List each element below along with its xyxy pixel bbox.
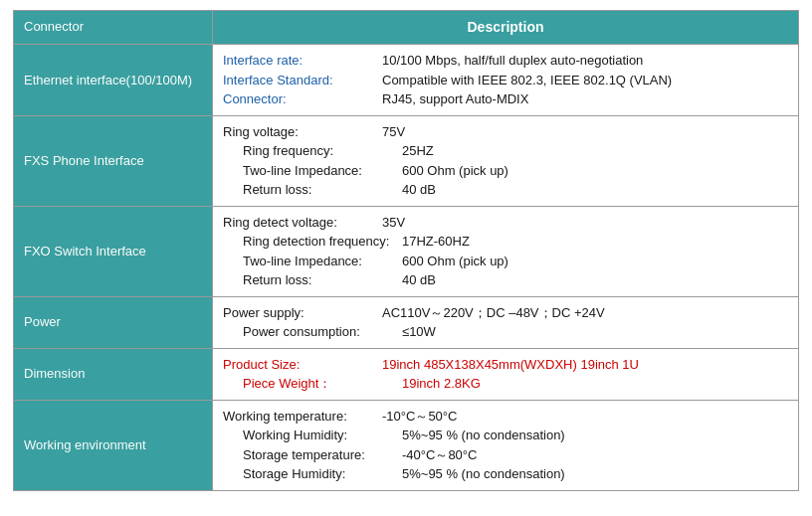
row-label-fxs: FXS Phone Interface bbox=[14, 115, 213, 206]
spec-label: Two-line Impedance: bbox=[243, 252, 402, 271]
spec-line: Power supply:AC110V～220V；DC –48V；DC +24V bbox=[223, 303, 788, 323]
spec-line: Two-line Impedance:600 Ohm (pick up) bbox=[243, 252, 788, 271]
spec-value: 19inch 2.8KG bbox=[402, 374, 481, 394]
table-row: FXO Switch InterfaceRing detect voltage:… bbox=[14, 206, 799, 296]
description-header: Description bbox=[213, 11, 799, 45]
table-row: FXS Phone InterfaceRing voltage:75VRing … bbox=[14, 115, 799, 206]
spec-value: 17HZ-60HZ bbox=[402, 232, 470, 252]
spec-line: Connector:RJ45, support Auto-MDIX bbox=[223, 89, 788, 109]
spec-label: Interface rate: bbox=[223, 51, 382, 71]
spec-line: Ring detect voltage:35V bbox=[223, 213, 788, 233]
spec-line: Working Humidity:5%~95 % (no condensatio… bbox=[243, 426, 788, 445]
spec-value: 600 Ohm (pick up) bbox=[402, 161, 508, 181]
connector-header: Connector bbox=[14, 11, 213, 45]
spec-value: 600 Ohm (pick up) bbox=[402, 252, 508, 271]
spec-label: Power consumption: bbox=[243, 322, 402, 342]
spec-label: Return loss: bbox=[243, 180, 402, 200]
row-content-dimension: Product Size:19inch 485X138X45mm(WXDXH) … bbox=[213, 348, 799, 400]
spec-line: Return loss:40 dB bbox=[243, 270, 788, 290]
spec-line: Interface Standard:Compatible with IEEE … bbox=[223, 71, 788, 90]
specs-table: Connector Description Ethernet interface… bbox=[13, 10, 799, 491]
spec-label: Storage temperature: bbox=[243, 445, 402, 465]
spec-label: Ring voltage: bbox=[223, 122, 382, 142]
spec-value: Compatible with IEEE 802.3, IEEE 802.1Q … bbox=[382, 71, 672, 90]
spec-label: Connector: bbox=[223, 89, 382, 109]
row-content-fxo: Ring detect voltage:35VRing detection fr… bbox=[213, 206, 799, 296]
spec-value: 75V bbox=[382, 122, 405, 142]
spec-label: Working Humidity: bbox=[243, 426, 402, 445]
spec-label: Ring detect voltage: bbox=[223, 213, 382, 233]
spec-line: Ring detection frequency:17HZ-60HZ bbox=[243, 232, 788, 252]
spec-line: Return loss:40 dB bbox=[243, 180, 788, 200]
row-label-ethernet: Ethernet interface(100/100M) bbox=[14, 45, 213, 116]
spec-value: 25HZ bbox=[402, 141, 434, 161]
table-row: Ethernet interface(100/100M)Interface ra… bbox=[14, 45, 799, 116]
spec-value: AC110V～220V；DC –48V；DC +24V bbox=[382, 303, 605, 323]
spec-label: Product Size: bbox=[223, 355, 382, 375]
spec-line: Ring frequency:25HZ bbox=[243, 141, 788, 161]
spec-value: 10/100 Mbps, half/full duplex auto-negot… bbox=[382, 51, 643, 71]
spec-value: -40°C～80°C bbox=[402, 445, 477, 465]
row-label-fxo: FXO Switch Interface bbox=[14, 206, 213, 296]
table-header-row: Connector Description bbox=[14, 11, 799, 45]
spec-line: Working temperature:-10°C～50°C bbox=[223, 407, 788, 427]
spec-label: Two-line Impedance: bbox=[243, 161, 402, 181]
spec-value: 35V bbox=[382, 213, 405, 233]
spec-value: ≤10W bbox=[402, 322, 436, 342]
spec-value: 5%~95 % (no condensation) bbox=[402, 426, 565, 445]
spec-label: Interface Standard: bbox=[223, 71, 382, 90]
spec-value: 40 dB bbox=[402, 270, 436, 290]
spec-line: Product Size:19inch 485X138X45mm(WXDXH) … bbox=[223, 355, 788, 375]
spec-label: Ring detection frequency: bbox=[243, 232, 402, 252]
row-content-power: Power supply:AC110V～220V；DC –48V；DC +24V… bbox=[213, 296, 799, 348]
row-content-fxs: Ring voltage:75VRing frequency:25HZTwo-l… bbox=[213, 115, 799, 206]
spec-line: Power consumption:≤10W bbox=[243, 322, 788, 342]
row-label-environment: Working environment bbox=[14, 400, 213, 490]
spec-line: Storage temperature:-40°C～80°C bbox=[243, 445, 788, 465]
spec-line: Storage Humidity:5%~95 % (no condensatio… bbox=[243, 464, 788, 484]
row-content-ethernet: Interface rate:10/100 Mbps, half/full du… bbox=[213, 45, 799, 116]
spec-label: Piece Weight： bbox=[243, 374, 402, 394]
spec-label: Return loss: bbox=[243, 270, 402, 290]
spec-label: Working temperature: bbox=[223, 407, 382, 427]
spec-line: Ring voltage:75V bbox=[223, 122, 788, 142]
spec-line: Piece Weight：19inch 2.8KG bbox=[243, 374, 788, 394]
table-row: DimensionProduct Size:19inch 485X138X45m… bbox=[14, 348, 799, 400]
table-row: PowerPower supply:AC110V～220V；DC –48V；DC… bbox=[14, 296, 799, 348]
spec-value: 19inch 485X138X45mm(WXDXH) 19inch 1U bbox=[382, 355, 639, 375]
spec-value: RJ45, support Auto-MDIX bbox=[382, 89, 528, 109]
spec-label: Storage Humidity: bbox=[243, 464, 402, 484]
row-content-environment: Working temperature:-10°C～50°CWorking Hu… bbox=[213, 400, 799, 490]
spec-value: -10°C～50°C bbox=[382, 407, 457, 427]
spec-value: 40 dB bbox=[402, 180, 436, 200]
spec-line: Interface rate:10/100 Mbps, half/full du… bbox=[223, 51, 788, 71]
row-label-dimension: Dimension bbox=[14, 348, 213, 400]
spec-label: Power supply: bbox=[223, 303, 382, 323]
spec-line: Two-line Impedance:600 Ohm (pick up) bbox=[243, 161, 788, 181]
spec-value: 5%~95 % (no condensation) bbox=[402, 464, 565, 484]
table-row: Working environmentWorking temperature:-… bbox=[14, 400, 799, 490]
spec-label: Ring frequency: bbox=[243, 141, 402, 161]
row-label-power: Power bbox=[14, 296, 213, 348]
